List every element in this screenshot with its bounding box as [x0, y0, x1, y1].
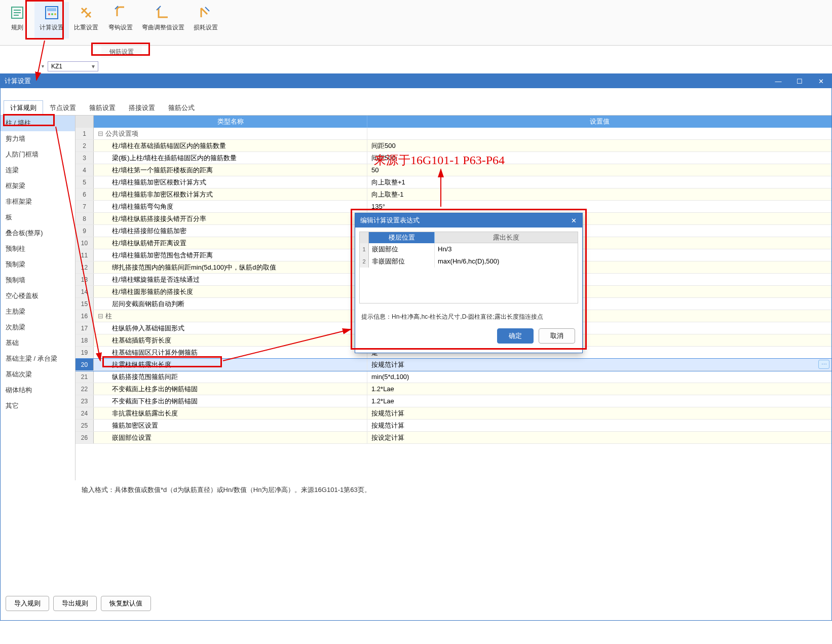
- ribbon-weight[interactable]: 比重设置: [69, 2, 103, 39]
- row-value[interactable]: 按规范计算: [367, 420, 831, 431]
- ribbon-calc-settings[interactable]: 计算设置: [34, 2, 69, 39]
- modal-titlebar[interactable]: 计算设置 — ☐ ✕: [1, 74, 831, 88]
- sidebar-item[interactable]: 人防门框墙: [1, 147, 75, 163]
- ribbon-label: 计算设置: [40, 23, 64, 32]
- row-value[interactable]: 向上取整+1: [367, 176, 831, 188]
- row-value[interactable]: min(5*d,100): [367, 371, 831, 383]
- dropdown-arrow-icon[interactable]: ▾: [40, 63, 46, 69]
- popup-col-position[interactable]: 楼层位置: [369, 232, 435, 243]
- tab-calc-rules[interactable]: 计算规则: [4, 100, 43, 115]
- table-row[interactable]: 26嵌固部位设置按设定计算: [75, 432, 831, 444]
- sidebar-item[interactable]: 预制柱: [1, 241, 75, 257]
- sidebar-item[interactable]: 非框架梁: [1, 194, 75, 210]
- sidebar-item[interactable]: 预制墙: [1, 273, 75, 288]
- row-name: 不变截面上柱多出的钢筋锚固: [94, 383, 367, 395]
- sidebar-item[interactable]: 空心楼盖板: [1, 288, 75, 304]
- sidebar-item[interactable]: 板: [1, 210, 75, 225]
- sidebar-item[interactable]: 连梁: [1, 163, 75, 178]
- popup-buttons: 确定 取消: [359, 328, 578, 349]
- row-name: 柱基础插筋弯折长度: [94, 334, 367, 346]
- table-row[interactable]: 5柱/墙柱箍筋加密区根数计算方式向上取整+1: [75, 176, 831, 188]
- row-value[interactable]: 135°: [367, 201, 831, 212]
- row-number: 4: [75, 164, 94, 176]
- svg-rect-2: [47, 8, 56, 11]
- ribbon-loss[interactable]: 损耗设置: [188, 2, 223, 39]
- row-number: 23: [75, 395, 94, 407]
- table-row[interactable]: 7柱/墙柱箍筋弯勾角度135°: [75, 201, 831, 213]
- tab-lap[interactable]: 搭接设置: [122, 100, 162, 115]
- tab-stirrup[interactable]: 箍筋设置: [83, 100, 122, 115]
- table-row[interactable]: 1⊟公共设置项: [75, 128, 831, 140]
- sidebar-item[interactable]: 基础主梁 / 承台梁: [1, 351, 75, 367]
- calc-settings-icon: [43, 4, 60, 21]
- table-row[interactable]: 25箍筋加密区设置按规范计算: [75, 420, 831, 432]
- table-row[interactable]: 23不变截面下柱多出的钢筋锚固1.2*Lae: [75, 395, 831, 407]
- ribbon-rules[interactable]: 规则: [0, 2, 34, 39]
- popup-cancel-button[interactable]: 取消: [539, 328, 575, 344]
- expander-icon[interactable]: ⊟: [98, 130, 103, 137]
- popup-close-button[interactable]: ✕: [565, 217, 582, 224]
- row-value[interactable]: 按规范计算: [367, 407, 831, 419]
- popup-row[interactable]: 1嵌固部位Hn/3: [360, 243, 578, 255]
- export-rules-button[interactable]: 导出规则: [53, 596, 97, 611]
- ribbon-label: 弯曲调整值设置: [142, 23, 184, 32]
- popup-row-position[interactable]: 非嵌固部位: [369, 255, 435, 268]
- row-value[interactable]: 间距500: [367, 140, 831, 151]
- popup-row-length[interactable]: Hn/3: [435, 243, 578, 255]
- sidebar-item[interactable]: 剪力墙: [1, 131, 75, 147]
- table-row[interactable]: 20抗震柱纵筋露出长度按规范计算⋯: [75, 359, 831, 371]
- sidebar-item[interactable]: 基础: [1, 335, 75, 351]
- sidebar-item[interactable]: 叠合板(整厚): [1, 225, 75, 241]
- row-name: 不变截面下柱多出的钢筋锚固: [94, 395, 367, 407]
- expander-icon[interactable]: ⊟: [98, 312, 103, 320]
- sidebar-item[interactable]: 次肋梁: [1, 320, 75, 335]
- row-name: 层间变截面钢筋自动判断: [94, 298, 367, 310]
- ribbon-bend-adjust[interactable]: 弯曲调整值设置: [138, 2, 188, 39]
- import-rules-button[interactable]: 导入规则: [6, 596, 49, 611]
- bend-adjust-icon: [155, 4, 172, 21]
- tab-stirrup-formula[interactable]: 箍筋公式: [162, 100, 201, 115]
- row-value[interactable]: 1.2*Lae: [367, 383, 831, 395]
- sidebar-item[interactable]: 其它: [1, 398, 75, 414]
- sidebar-item[interactable]: 基础次梁: [1, 367, 75, 383]
- row-number: 14: [75, 286, 94, 297]
- sidebar-item[interactable]: 主肋梁: [1, 304, 75, 320]
- row-value[interactable]: [367, 128, 831, 139]
- table-row[interactable]: 21纵筋搭接范围箍筋间距min(5*d,100): [75, 371, 831, 383]
- popup-row-length[interactable]: max(Hn/6,hc(D),500): [435, 255, 578, 268]
- row-name: 非抗震柱纵筋露出长度: [94, 407, 367, 419]
- sidebar-item[interactable]: 砌体结构: [1, 383, 75, 398]
- row-value[interactable]: 按规范计算⋯: [367, 359, 831, 370]
- popup-col-length[interactable]: 露出长度: [435, 232, 578, 243]
- table-row[interactable]: 22不变截面上柱多出的钢筋锚固1.2*Lae: [75, 383, 831, 395]
- popup-row[interactable]: 2非嵌固部位max(Hn/6,hc(D),500): [360, 255, 578, 268]
- ellipsis-button[interactable]: ⋯: [818, 360, 829, 369]
- selector-bar: ▾ KZ1: [0, 59, 832, 74]
- sidebar-item[interactable]: 框架梁: [1, 178, 75, 194]
- row-name: ⊟公共设置项: [94, 128, 367, 139]
- popup-titlebar[interactable]: 编辑计算设置表达式 ✕: [355, 213, 582, 228]
- table-row[interactable]: 6柱/墙柱箍筋非加密区根数计算方式向上取整-1: [75, 188, 831, 201]
- row-value[interactable]: 1.2*Lae: [367, 395, 831, 407]
- close-button[interactable]: ✕: [810, 78, 831, 85]
- row-value[interactable]: 按设定计算: [367, 432, 831, 443]
- maximize-button[interactable]: ☐: [789, 78, 810, 85]
- restore-defaults-button[interactable]: 恢复默认值: [101, 596, 151, 611]
- minimize-button[interactable]: —: [768, 78, 789, 85]
- row-number: 15: [75, 298, 94, 310]
- row-number: 2: [75, 140, 94, 151]
- row-value[interactable]: 向上取整-1: [367, 188, 831, 200]
- popup-row-position[interactable]: 嵌固部位: [369, 243, 435, 255]
- table-row[interactable]: 24非抗震柱纵筋露出长度按规范计算: [75, 407, 831, 420]
- tab-node[interactable]: 节点设置: [43, 100, 83, 115]
- row-name: 梁(板)上柱/墙柱在插筋锚固区内的箍筋数量: [94, 152, 367, 164]
- sidebar-item[interactable]: 柱 / 墙柱: [1, 116, 75, 131]
- table-row[interactable]: 2柱/墙柱在基础插筋锚固区内的箍筋数量间距500: [75, 140, 831, 152]
- modal-title: 计算设置: [5, 77, 31, 86]
- ribbon-hook[interactable]: 弯钩设置: [103, 2, 138, 39]
- member-combo[interactable]: KZ1: [48, 61, 98, 71]
- sidebar-item[interactable]: 预制梁: [1, 257, 75, 273]
- row-number: 3: [75, 152, 94, 164]
- popup-ok-button[interactable]: 确定: [497, 328, 534, 344]
- ribbon-label: 规则: [11, 23, 23, 32]
